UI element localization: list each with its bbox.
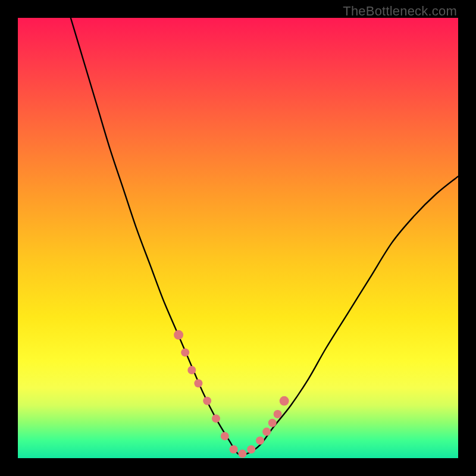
- data-marker: [212, 414, 220, 422]
- data-marker: [238, 450, 246, 458]
- data-marker: [280, 396, 289, 406]
- watermark-text: TheBottleneck.com: [343, 4, 457, 19]
- data-marker: [247, 445, 255, 453]
- data-marker: [256, 436, 264, 444]
- chart-frame: TheBottleneck.com: [0, 0, 476, 476]
- data-marker: [203, 397, 211, 405]
- data-marker: [194, 379, 202, 387]
- chart-svg: [18, 18, 458, 458]
- data-marker: [262, 428, 271, 436]
- data-marker: [230, 445, 238, 453]
- data-marker: [274, 410, 282, 418]
- plot-area: [18, 18, 458, 458]
- data-marker: [181, 348, 189, 356]
- data-marker: [187, 366, 196, 374]
- data-marker: [174, 330, 183, 340]
- data-marker: [221, 432, 229, 440]
- data-marker: [268, 419, 277, 427]
- bottleneck-curve: [71, 18, 458, 455]
- marker-group: [174, 330, 289, 458]
